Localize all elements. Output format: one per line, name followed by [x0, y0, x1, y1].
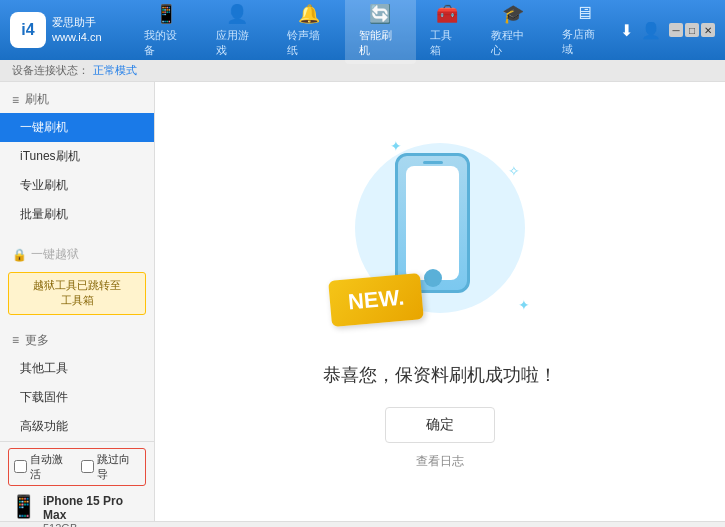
sidebar-disabled-jailbreak: 🔒 一键越狱 — [0, 241, 154, 268]
phone-mockup — [395, 153, 470, 293]
logo-letter: i4 — [21, 21, 34, 39]
nav-tab-label-apps-games: 应用游戏 — [216, 28, 260, 58]
auto-activate-checkbox[interactable] — [14, 460, 27, 473]
guided-setup-checkbox[interactable] — [81, 460, 94, 473]
nav-tab-toolbox[interactable]: 🧰 工具箱 — [416, 0, 477, 64]
nav-tab-label-smart-flash: 智能刷机 — [359, 28, 403, 58]
sidebar-more-header: ≡ 更多 — [0, 327, 154, 354]
breadcrumb-label: 设备连接状态： — [12, 63, 89, 78]
nav-tab-label-service: 务店商域 — [562, 27, 606, 57]
nav-tab-tutorials[interactable]: 🎓 教程中心 — [477, 0, 549, 64]
nav-tab-ringtones[interactable]: 🔔 铃声墙纸 — [273, 0, 345, 64]
sidebar-item-other-tools[interactable]: 其他工具 — [0, 354, 154, 383]
nav-tab-service[interactable]: 🖥 务店商域 — [548, 0, 620, 64]
sidebar: ≡ 刷机 一键刷机 iTunes刷机 专业刷机 批量刷机 🔒 一键越狱 越狱工具… — [0, 82, 155, 521]
nav-tab-label-tutorials: 教程中心 — [491, 28, 535, 58]
sidebar-item-batch-flash[interactable]: 批量刷机 — [0, 200, 154, 229]
my-device-icon: 📱 — [155, 3, 177, 25]
phone-home-button — [424, 269, 442, 287]
ringtones-icon: 🔔 — [298, 3, 320, 25]
logo-text: 爱思助手 www.i4.cn — [52, 15, 102, 46]
nav-tab-label-ringtones: 铃声墙纸 — [287, 28, 331, 58]
new-badge: NEW. — [328, 273, 424, 327]
device-details: iPhone 15 Pro Max 512GB iPhone — [43, 494, 144, 527]
more-icon: ≡ — [12, 333, 19, 347]
tutorials-icon: 🎓 — [502, 3, 524, 25]
close-button[interactable]: ✕ — [701, 23, 715, 37]
logo-area: i4 爱思助手 www.i4.cn — [10, 12, 130, 48]
flash-section-icon: ≡ — [12, 93, 19, 107]
device-info: 📱 iPhone 15 Pro Max 512GB iPhone — [8, 490, 146, 527]
success-illustration: NEW. ✦ ✧ ✦ — [340, 133, 540, 353]
sidebar-section-flash: ≡ 刷机 一键刷机 iTunes刷机 专业刷机 批量刷机 — [0, 82, 154, 233]
confirm-button[interactable]: 确定 — [385, 407, 495, 443]
star-decoration-2: ✧ — [508, 163, 520, 179]
phone-speaker — [423, 161, 443, 164]
auto-activate-label[interactable]: 自动激活 — [14, 452, 73, 482]
view-log-link[interactable]: 查看日志 — [416, 453, 464, 470]
nav-tab-label-my-device: 我的设备 — [144, 28, 188, 58]
nav-tab-my-device[interactable]: 📱 我的设备 — [130, 0, 202, 64]
auto-row: 自动激活 跳过向导 — [8, 448, 146, 486]
device-phone-icon: 📱 — [10, 494, 37, 520]
apps-games-icon: 👤 — [226, 3, 248, 25]
download-button[interactable]: ⬇ — [620, 21, 633, 40]
sidebar-item-pro-flash[interactable]: 专业刷机 — [0, 171, 154, 200]
sidebar-item-advanced[interactable]: 高级功能 — [0, 412, 154, 441]
nav-tab-apps-games[interactable]: 👤 应用游戏 — [202, 0, 274, 64]
device-name: iPhone 15 Pro Max — [43, 494, 144, 522]
header: i4 爱思助手 www.i4.cn 📱 我的设备 👤 应用游戏 🔔 铃声墙纸 🔄… — [0, 0, 725, 60]
restore-button[interactable]: □ — [685, 23, 699, 37]
breadcrumb-status: 正常模式 — [93, 63, 137, 78]
device-bottom: 自动激活 跳过向导 📱 iPhone 15 Pro Max 512GB iPho… — [0, 441, 154, 527]
sidebar-warning-box: 越狱工具已跳转至 工具箱 — [8, 272, 146, 315]
sidebar-item-download-firmware[interactable]: 下载固件 — [0, 383, 154, 412]
sidebar-item-itunes-flash[interactable]: iTunes刷机 — [0, 142, 154, 171]
sidebar-section-header-flash: ≡ 刷机 — [0, 86, 154, 113]
header-right: ⬇ 👤 ─ □ ✕ — [620, 21, 715, 40]
device-storage: 512GB — [43, 522, 144, 527]
star-decoration-3: ✦ — [518, 297, 530, 313]
main: ≡ 刷机 一键刷机 iTunes刷机 专业刷机 批量刷机 🔒 一键越狱 越狱工具… — [0, 82, 725, 521]
smart-flash-icon: 🔄 — [369, 3, 391, 25]
logo-icon: i4 — [10, 12, 46, 48]
nav-tab-smart-flash[interactable]: 🔄 智能刷机 — [345, 0, 417, 64]
win-controls: ─ □ ✕ — [669, 23, 715, 37]
content-area: NEW. ✦ ✧ ✦ 恭喜您，保资料刷机成功啦！ 确定 查看日志 — [155, 82, 725, 521]
success-text: 恭喜您，保资料刷机成功啦！ — [323, 363, 557, 387]
sidebar-item-one-key-flash[interactable]: 一键刷机 — [0, 113, 154, 142]
service-icon: 🖥 — [575, 3, 593, 24]
nav-tabs: 📱 我的设备 👤 应用游戏 🔔 铃声墙纸 🔄 智能刷机 🧰 工具箱 🎓 教程中心… — [130, 0, 620, 64]
toolbox-icon: 🧰 — [436, 3, 458, 25]
star-decoration-1: ✦ — [390, 138, 402, 154]
lock-icon: 🔒 — [12, 248, 27, 262]
user-button[interactable]: 👤 — [641, 21, 661, 40]
phone-screen — [406, 166, 459, 280]
guided-setup-label[interactable]: 跳过向导 — [81, 452, 140, 482]
minimize-button[interactable]: ─ — [669, 23, 683, 37]
nav-tab-label-toolbox: 工具箱 — [430, 28, 463, 58]
